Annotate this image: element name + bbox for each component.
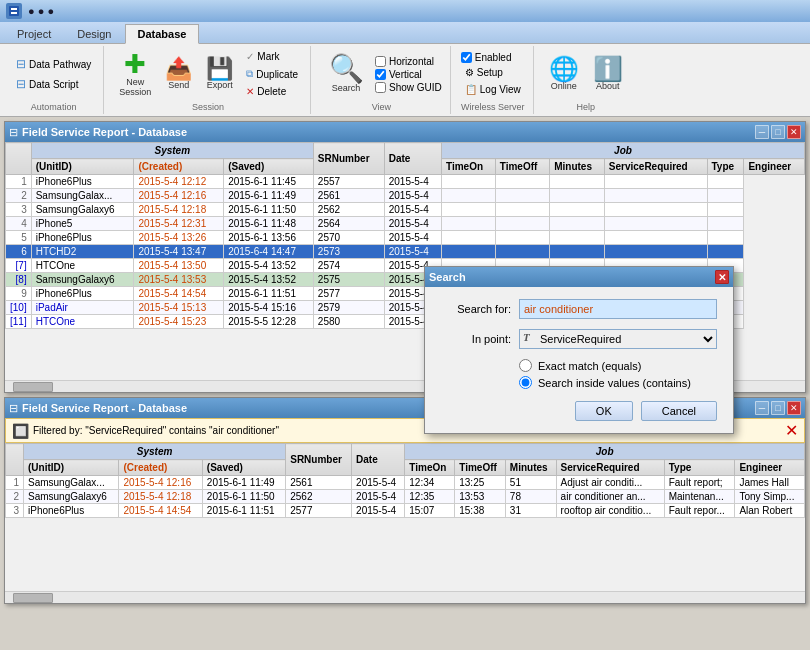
contains-radio[interactable] <box>519 376 532 389</box>
app-icon <box>6 3 22 19</box>
wireless-label: Wireless Server <box>461 100 525 112</box>
show-guid-checkbox-row[interactable]: Show GUID <box>375 82 442 93</box>
col-servicerequired-b[interactable]: ServiceRequired <box>556 460 664 476</box>
search-input[interactable] <box>519 299 717 319</box>
top-panel-icon: ⊟ <box>9 126 18 139</box>
in-point-label: In point: <box>441 333 511 345</box>
top-panel-titlebar: ⊟ Field Service Report - Database ─ □ ✕ <box>5 122 805 142</box>
table-row[interactable]: 4 iPhone5 2015-5-4 12:31 2015-6-1 11:48 … <box>6 217 805 231</box>
exact-match-radio[interactable] <box>519 359 532 372</box>
dialog-buttons: OK Cancel <box>441 401 717 421</box>
col-saved[interactable]: (Saved) <box>224 159 314 175</box>
search-dialog-close-button[interactable]: ✕ <box>715 270 729 284</box>
col-timeon[interactable]: TimeOn <box>441 159 495 175</box>
search-dialog-titlebar: Search ✕ <box>425 267 733 287</box>
col-minutes-b[interactable]: Minutes <box>505 460 556 476</box>
table-row[interactable]: 2 SamsungGalaxy6 2015-5-4 12:18 2015-6-1… <box>6 490 805 504</box>
col-system-group: System <box>31 143 313 159</box>
cancel-button[interactable]: Cancel <box>641 401 717 421</box>
mark-button[interactable]: ✓ Mark <box>242 49 302 64</box>
search-content: 🔍 Search Horizontal Vertical Show GUID <box>321 48 442 100</box>
contains-radio-row[interactable]: Search inside values (contains) <box>519 376 717 389</box>
vertical-checkbox[interactable] <box>375 69 386 80</box>
top-panel-minimize-button[interactable]: ─ <box>755 125 769 139</box>
setup-button[interactable]: ⚙ Setup <box>461 65 525 80</box>
duplicate-button[interactable]: ⧉ Duplicate <box>242 66 302 82</box>
bottom-panel-icon: ⊟ <box>9 402 18 415</box>
tab-project[interactable]: Project <box>4 24 64 43</box>
col-type[interactable]: Type <box>707 159 744 175</box>
in-point-select[interactable]: ServiceRequired <box>519 329 717 349</box>
table-row[interactable]: 2 SamsungGalax... 2015-5-4 12:16 2015-6-… <box>6 189 805 203</box>
col-srnumber-b: SRNumber <box>286 444 352 476</box>
search-dialog: Search ✕ Search for: In point: T Service… <box>424 266 734 434</box>
col-engineer[interactable]: Engineer <box>744 159 805 175</box>
col-servicerequired[interactable]: ServiceRequired <box>604 159 707 175</box>
col-job-group: Job <box>441 143 804 159</box>
col-system-group-b: System <box>24 444 286 460</box>
horizontal-checkbox[interactable] <box>375 56 386 67</box>
table-row[interactable]: 3 SamsungGalaxy6 2015-5-4 12:18 2015-6-1… <box>6 203 805 217</box>
export-button[interactable]: 💾 Export <box>201 55 238 93</box>
col-type-b[interactable]: Type <box>664 460 735 476</box>
col-minutes[interactable]: Minutes <box>550 159 605 175</box>
table-row[interactable]: 1 SamsungGalax... 2015-5-4 12:16 2015-6-… <box>6 476 805 490</box>
horizontal-checkbox-row[interactable]: Horizontal <box>375 56 442 67</box>
in-point-select-wrapper: T ServiceRequired <box>519 329 717 349</box>
bottom-horizontal-scrollbar[interactable] <box>5 591 805 603</box>
vertical-checkbox-row[interactable]: Vertical <box>375 69 442 80</box>
filter-close-button[interactable]: ✕ <box>785 421 798 440</box>
col-unitid-b[interactable]: (UnitID) <box>24 460 119 476</box>
session-label: Session <box>192 100 224 112</box>
table-row[interactable]: 1 iPhone6Plus 2015-5-4 12:12 2015-6-1 11… <box>6 175 805 189</box>
tab-database[interactable]: Database <box>125 24 200 44</box>
col-rownum <box>6 143 32 175</box>
table-row[interactable]: 5 iPhone6Plus 2015-5-4 13:26 2015-6-1 13… <box>6 231 805 245</box>
search-for-label: Search for: <box>441 303 511 315</box>
show-guid-checkbox[interactable] <box>375 82 386 93</box>
bottom-table-wrapper[interactable]: System SRNumber Date Job (UnitID) (Creat… <box>5 443 805 591</box>
delete-button[interactable]: ✕ Delete <box>242 84 302 99</box>
bottom-panel-window-buttons: ─ □ ✕ <box>755 401 801 415</box>
log-view-button[interactable]: 📋 Log View <box>461 82 525 97</box>
tab-design[interactable]: Design <box>64 24 124 43</box>
data-pathway-button[interactable]: ⊟ Data Pathway <box>12 55 95 73</box>
automation-label: Automation <box>31 100 77 112</box>
enabled-checkbox[interactable] <box>461 52 472 63</box>
send-button[interactable]: 📤 Send <box>160 55 197 93</box>
online-button[interactable]: 🌐 Online <box>544 54 584 94</box>
ribbon-content: ⊟ Data Pathway ⊟ Data Script Automation … <box>0 43 810 116</box>
col-date-b: Date <box>352 444 405 476</box>
table-row[interactable]: 3 iPhone6Plus 2015-5-4 14:54 2015-6-1 11… <box>6 504 805 518</box>
new-session-button[interactable]: ✚ NewSession <box>114 48 156 100</box>
bottom-panel-maximize-button[interactable]: □ <box>771 401 785 415</box>
svg-rect-0 <box>9 6 19 16</box>
top-panel-close-button[interactable]: ✕ <box>787 125 801 139</box>
col-timeon-b[interactable]: TimeOn <box>405 460 455 476</box>
exact-match-label: Exact match (equals) <box>538 360 641 372</box>
exact-match-radio-row[interactable]: Exact match (equals) <box>519 359 717 372</box>
filter-icon: 🔲 <box>12 423 29 439</box>
top-panel-maximize-button[interactable]: □ <box>771 125 785 139</box>
col-timeoff[interactable]: TimeOff <box>495 159 549 175</box>
enabled-checkbox-row[interactable]: Enabled <box>461 52 525 63</box>
bottom-panel-minimize-button[interactable]: ─ <box>755 401 769 415</box>
col-created[interactable]: (Created) <box>134 159 224 175</box>
send-icon: 📤 <box>165 58 192 80</box>
bottom-scroll-thumb[interactable] <box>13 593 53 603</box>
scroll-thumb[interactable] <box>13 382 53 392</box>
data-script-button[interactable]: ⊟ Data Script <box>12 75 95 93</box>
search-button[interactable]: 🔍 Search <box>321 52 371 96</box>
col-created-b[interactable]: (Created) <box>119 460 202 476</box>
col-engineer-b[interactable]: Engineer <box>735 460 805 476</box>
bottom-panel-close-button[interactable]: ✕ <box>787 401 801 415</box>
session-group: ✚ NewSession 📤 Send 💾 Export ✓ Mark <box>106 46 311 114</box>
export-icon: 💾 <box>206 58 233 80</box>
ok-button[interactable]: OK <box>575 401 633 421</box>
table-row-selected[interactable]: 6 HTCHD2 2015-5-4 13:47 2015-6-4 14:47 2… <box>6 245 805 259</box>
col-unitid[interactable]: (UnitID) <box>31 159 134 175</box>
col-saved-b[interactable]: (Saved) <box>202 460 285 476</box>
automation-buttons: ⊟ Data Pathway ⊟ Data Script <box>12 48 95 100</box>
about-button[interactable]: ℹ️ About <box>588 54 628 94</box>
col-timeoff-b[interactable]: TimeOff <box>455 460 506 476</box>
